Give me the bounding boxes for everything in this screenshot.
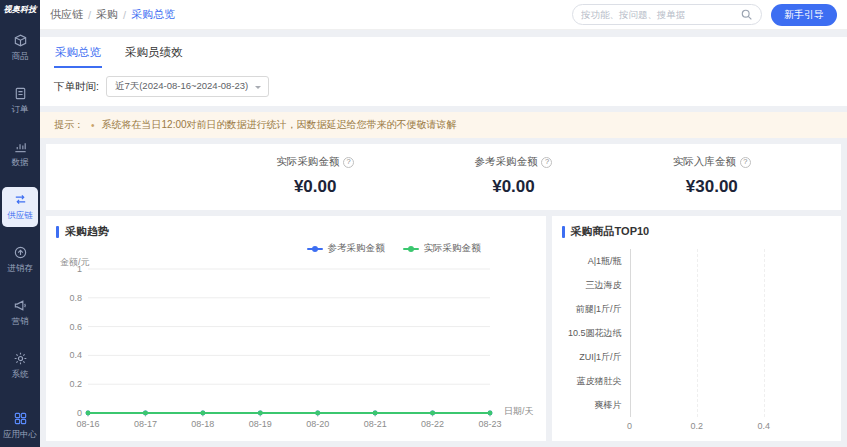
tabs-card: 采购总览 采购员绩效 下单时间: 近7天(2024-08-16~2024-08-…	[40, 37, 847, 106]
notice-bar: 提示： • 系统将在当日12:00对前日的数据进行统计，因数据延迟给您带来的不便…	[40, 112, 847, 138]
stats-card: 实际采购金额 ? ¥0.00 参考采购金额 ? ¥0.00 实际入库金额 ?	[46, 144, 841, 210]
legend-label: 实际采购金额	[424, 242, 481, 255]
supply-chain-icon	[13, 192, 28, 207]
svg-text:08-20: 08-20	[306, 419, 329, 429]
info-icon[interactable]: ?	[343, 157, 354, 168]
sidebar-item-label: 订单	[12, 104, 29, 116]
info-icon[interactable]: ?	[740, 157, 751, 168]
svg-text:08-16: 08-16	[76, 419, 99, 429]
breadcrumb-item[interactable]: 供应链	[50, 7, 83, 22]
stat-label-row: 实际采购金额 ?	[276, 155, 354, 169]
bar-chart-plot: A|1瓶/瓶三边海皮前腿|1斤/斤10.5圆花边纸ZUI|1斤/斤蓝皮猪肚尖爽棒…	[562, 249, 831, 433]
box-icon	[13, 33, 28, 48]
x-axis-label: 日期/天	[504, 405, 534, 418]
notice-bullet: •	[91, 120, 95, 131]
svg-text:08-17: 08-17	[134, 419, 157, 429]
stat-actual-purchase: 实际采购金额 ? ¥0.00	[276, 155, 354, 197]
line-chart-plot: 金额/元 00.20.40.60.8108-1608-1708-1808-190…	[56, 255, 536, 433]
breadcrumb: 供应链 / 采购 / 采购总览	[50, 7, 175, 22]
svg-text:08-22: 08-22	[421, 419, 444, 429]
purchase-trend-card: 采购趋势 参考采购金额 实际采购金额 金额/元	[46, 216, 546, 441]
legend-marker-icon	[307, 248, 323, 250]
chart-title-row: 采购趋势	[56, 224, 536, 239]
bar-category-label: 蓝皮猪肚尖	[562, 375, 630, 388]
breadcrumb-item[interactable]: 采购	[96, 7, 118, 22]
title-accent-bar	[562, 226, 565, 238]
stat-label: 参考采购金额	[474, 155, 537, 169]
search-input[interactable]	[581, 9, 740, 20]
charts-row: 采购趋势 参考采购金额 实际采购金额 金额/元	[46, 216, 841, 441]
legend-marker-icon	[403, 248, 419, 250]
tab-purchase-overview[interactable]: 采购总览	[54, 39, 102, 68]
beginner-guide-button[interactable]: 新手引导	[771, 4, 837, 26]
filter-row: 下单时间: 近7天(2024-08-16~2024-08-23)	[54, 68, 833, 106]
date-range-select[interactable]: 近7天(2024-08-16~2024-08-23)	[106, 76, 269, 97]
stat-label: 实际入库金额	[673, 155, 736, 169]
sidebar-item-marketing[interactable]: 营销	[2, 293, 38, 333]
stat-value: ¥0.00	[276, 177, 354, 197]
chart-title: 采购趋势	[65, 224, 109, 239]
app-grid-icon	[13, 411, 28, 426]
sidebar-item-label: 数据	[12, 157, 29, 169]
legend-label: 参考采购金额	[328, 242, 385, 255]
bar-category-label: 爽棒片	[562, 399, 630, 412]
sidebar-item-label: 系统	[12, 369, 29, 381]
sidebar-item-label: 商品	[12, 51, 29, 63]
sidebar-item-label: 应用中心	[3, 429, 37, 441]
svg-text:0.8: 0.8	[69, 293, 82, 303]
sidebar-item-goods[interactable]: 商品	[2, 28, 38, 68]
sidebar-item-data[interactable]: 数据	[2, 134, 38, 174]
legend-item-actual[interactable]: 实际采购金额	[403, 242, 481, 255]
top-products-card: 采购商品TOP10 A|1瓶/瓶三边海皮前腿|1斤/斤10.5圆花边纸ZUI|1…	[552, 216, 841, 441]
order-time-filter-label: 下单时间:	[54, 80, 99, 94]
sidebar-item-label: 进销存	[7, 263, 33, 275]
svg-text:0.6: 0.6	[69, 322, 82, 332]
x-tick-label: 0.4	[758, 421, 771, 431]
bar-category-label: 10.5圆花边纸	[562, 327, 630, 340]
sidebar-item-supply-chain[interactable]: 供应链	[2, 187, 38, 227]
chart-legend: 参考采购金额 实际采购金额	[56, 242, 536, 255]
data-icon	[13, 139, 28, 154]
tab-buyer-performance[interactable]: 采购员绩效	[124, 39, 184, 68]
bar-category-labels: A|1瓶/瓶三边海皮前腿|1斤/斤10.5圆花边纸ZUI|1斤/斤蓝皮猪肚尖爽棒…	[562, 249, 630, 417]
sidebar-item-system[interactable]: 系统	[2, 346, 38, 386]
svg-text:08-21: 08-21	[364, 419, 387, 429]
stat-reference-purchase: 参考采购金额 ? ¥0.00	[474, 155, 552, 197]
search-icon[interactable]	[740, 8, 753, 21]
sidebar-item-inventory[interactable]: 进销存	[2, 240, 38, 280]
inventory-icon	[13, 245, 28, 260]
title-accent-bar	[56, 226, 59, 238]
svg-text:08-18: 08-18	[191, 419, 214, 429]
global-search[interactable]	[572, 4, 762, 25]
bar-gridline	[764, 249, 765, 417]
app-logo: 视奥科技	[3, 5, 36, 14]
svg-text:08-19: 08-19	[249, 419, 272, 429]
topbar-right: 新手引导	[572, 4, 837, 26]
sidebar-item-label: 营销	[12, 316, 29, 328]
tabs: 采购总览 采购员绩效	[54, 39, 833, 68]
stat-value: ¥0.00	[474, 177, 552, 197]
topbar: 供应链 / 采购 / 采购总览 新手引导	[40, 0, 847, 30]
bar-category-label: ZUI|1斤/斤	[562, 351, 630, 364]
bar-x-axis: 00.20.4	[630, 417, 831, 433]
line-chart-canvas: 00.20.40.60.8108-1608-1708-1808-1908-200…	[56, 255, 536, 433]
sidebar-item-orders[interactable]: 订单	[2, 81, 38, 121]
bar-gridline	[697, 249, 698, 417]
order-icon	[13, 86, 28, 101]
chart-title-row: 采购商品TOP10	[562, 224, 831, 239]
legend-item-reference[interactable]: 参考采购金额	[307, 242, 385, 255]
svg-text:0: 0	[77, 408, 82, 418]
breadcrumb-separator: /	[88, 9, 91, 21]
bar-chart-canvas	[630, 249, 831, 417]
main-area: 供应链 / 采购 / 采购总览 新手引导 采购总览 采购员绩效	[40, 0, 847, 447]
info-icon[interactable]: ?	[541, 157, 552, 168]
sidebar: 视奥科技 商品订单数据供应链进销存营销系统 应用中心	[0, 0, 40, 447]
marketing-icon	[13, 298, 28, 313]
x-tick-label: 0.2	[690, 421, 703, 431]
breadcrumb-separator: /	[123, 9, 126, 21]
breadcrumb-item-current: 采购总览	[131, 7, 175, 22]
notice-prefix: 提示：	[54, 118, 84, 132]
sidebar-item-app-center[interactable]: 应用中心	[3, 411, 37, 441]
stat-label-row: 实际入库金额 ?	[673, 155, 751, 169]
x-tick-label: 0	[627, 421, 632, 431]
